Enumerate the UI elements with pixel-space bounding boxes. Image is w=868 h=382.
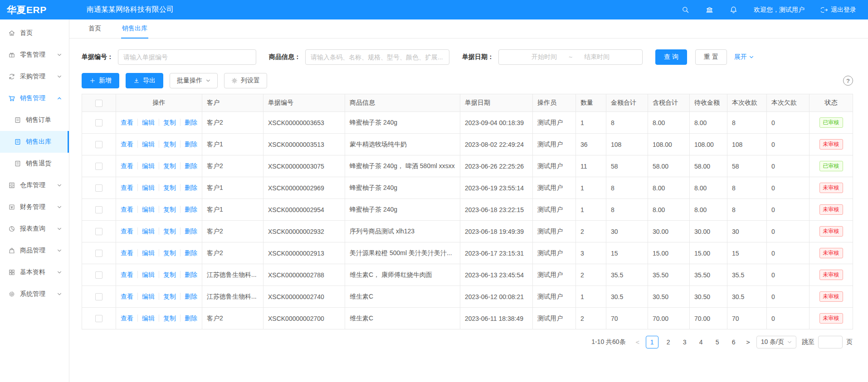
row-action-copy[interactable]: 复制 xyxy=(159,314,176,322)
row-action-copy[interactable]: 复制 xyxy=(159,119,176,126)
row-action-view[interactable]: 查看 xyxy=(121,162,133,169)
product-input[interactable] xyxy=(305,49,449,65)
sidebar-item-1[interactable]: 零售管理 xyxy=(0,44,69,66)
row-checkbox[interactable] xyxy=(95,293,102,300)
row-action-copy[interactable]: 复制 xyxy=(159,206,176,213)
sidebar-item-0[interactable]: 首页 xyxy=(0,22,69,44)
row-action-copy[interactable]: 复制 xyxy=(159,249,176,256)
page-number-1[interactable]: 1 xyxy=(646,336,658,348)
cell-order_no: XSCK00000003653 xyxy=(263,112,345,134)
add-button[interactable]: 新增 xyxy=(82,73,119,88)
expand-link[interactable]: 展开 xyxy=(734,53,754,61)
row-action-delete[interactable]: 删除 xyxy=(180,227,197,235)
row-action-edit[interactable]: 编辑 xyxy=(137,249,155,256)
tab-1[interactable]: 销售出库 xyxy=(121,19,148,39)
row-checkbox[interactable] xyxy=(95,184,102,192)
row-action-copy[interactable]: 复制 xyxy=(159,227,176,235)
row-action-edit[interactable]: 编辑 xyxy=(137,271,155,278)
tenant-icon[interactable] xyxy=(706,6,713,14)
pagination-total: 1-10 共60条 xyxy=(591,338,625,346)
next-page-icon[interactable]: > xyxy=(744,338,753,346)
row-action-delete[interactable]: 删除 xyxy=(180,140,197,148)
reset-button[interactable]: 重置 xyxy=(695,49,727,65)
tab-0[interactable]: 首页 xyxy=(88,19,102,39)
row-action-view[interactable]: 查看 xyxy=(121,140,133,148)
row-checkbox[interactable] xyxy=(95,250,102,257)
sidebar-item-10[interactable]: 商品管理 xyxy=(0,240,69,261)
page-size-select[interactable]: 10 条/页 xyxy=(756,336,796,348)
sidebar-item-7[interactable]: 仓库管理 xyxy=(0,174,69,196)
search-button[interactable]: 查询 xyxy=(655,49,687,65)
notification-bell-icon[interactable] xyxy=(730,6,737,14)
row-action-copy[interactable]: 复制 xyxy=(159,293,176,300)
sidebar-item-3[interactable]: 销售管理 xyxy=(0,87,69,109)
column-settings-button[interactable]: 列设置 xyxy=(224,73,267,88)
row-action-edit[interactable]: 编辑 xyxy=(137,227,155,235)
sidebar-item-6[interactable]: 销售退货 xyxy=(0,153,69,174)
cell-status: 已审核 xyxy=(809,155,853,177)
row-action-delete[interactable]: 删除 xyxy=(180,249,197,256)
sidebar-item-2[interactable]: 采购管理 xyxy=(0,66,69,87)
row-action-edit[interactable]: 编辑 xyxy=(137,206,155,213)
row-action-edit[interactable]: 编辑 xyxy=(137,140,155,148)
row-action-copy[interactable]: 复制 xyxy=(159,184,176,191)
cell-debt: 0 xyxy=(767,134,809,155)
export-button[interactable]: 导出 xyxy=(126,73,163,88)
row-checkbox[interactable] xyxy=(95,206,102,213)
cell-amount_tax: 15.00 xyxy=(648,242,690,264)
row-action-delete[interactable]: 删除 xyxy=(180,184,197,191)
search-icon[interactable] xyxy=(682,6,689,14)
row-action-delete[interactable]: 删除 xyxy=(180,119,197,126)
cell-amount: 108 xyxy=(606,134,648,155)
order-no-input[interactable] xyxy=(118,49,256,65)
page-jump-input[interactable] xyxy=(818,336,843,348)
row-action-view[interactable]: 查看 xyxy=(121,293,133,300)
row-action-view[interactable]: 查看 xyxy=(121,227,133,235)
date-range-input[interactable]: 开始时间 ~ 结束时间 xyxy=(498,49,643,65)
toolbar: 新增 导出 批量操作 列设置 ? xyxy=(82,73,853,88)
sidebar-item-4[interactable]: 销售订单 xyxy=(0,109,69,131)
row-action-edit[interactable]: 编辑 xyxy=(137,314,155,322)
row-checkbox[interactable] xyxy=(95,119,102,126)
sidebar-item-12[interactable]: 系统管理 xyxy=(0,283,69,305)
row-checkbox[interactable] xyxy=(95,141,102,148)
row-action-view[interactable]: 查看 xyxy=(121,271,133,278)
row-action-edit[interactable]: 编辑 xyxy=(137,184,155,191)
row-action-edit[interactable]: 编辑 xyxy=(137,162,155,169)
batch-actions-button[interactable]: 批量操作 xyxy=(170,73,218,88)
row-checkbox[interactable] xyxy=(95,228,102,235)
cell-amount: 58 xyxy=(606,155,648,177)
page-number-4[interactable]: 4 xyxy=(695,336,707,348)
chevron-down-icon xyxy=(749,53,754,61)
page-number-2[interactable]: 2 xyxy=(662,336,675,348)
row-action-delete[interactable]: 删除 xyxy=(180,162,197,169)
row-action-view[interactable]: 查看 xyxy=(121,314,133,322)
row-action-edit[interactable]: 编辑 xyxy=(137,293,155,300)
row-action-view[interactable]: 查看 xyxy=(121,206,133,213)
page-number-3[interactable]: 3 xyxy=(678,336,691,348)
row-action-edit[interactable]: 编辑 xyxy=(137,119,155,126)
page-number-6[interactable]: 6 xyxy=(727,336,740,348)
row-action-copy[interactable]: 复制 xyxy=(159,140,176,148)
sidebar-item-11[interactable]: 基本资料 xyxy=(0,261,69,283)
row-checkbox[interactable] xyxy=(95,163,102,170)
row-action-delete[interactable]: 删除 xyxy=(180,293,197,300)
page-number-5[interactable]: 5 xyxy=(711,336,724,348)
row-action-delete[interactable]: 删除 xyxy=(180,314,197,322)
sidebar-item-5[interactable]: 销售出库 xyxy=(0,131,69,153)
help-icon[interactable]: ? xyxy=(843,76,853,86)
select-all-checkbox[interactable] xyxy=(95,100,102,107)
row-action-copy[interactable]: 复制 xyxy=(159,271,176,278)
row-action-copy[interactable]: 复制 xyxy=(159,162,176,169)
row-action-delete[interactable]: 删除 xyxy=(180,206,197,213)
sidebar-item-9[interactable]: 报表查询 xyxy=(0,218,69,240)
logout-button[interactable]: 退出登录 xyxy=(821,6,856,14)
row-action-delete[interactable]: 删除 xyxy=(180,271,197,278)
row-action-view[interactable]: 查看 xyxy=(121,184,133,191)
sidebar-item-8[interactable]: 财务管理 xyxy=(0,196,69,218)
row-checkbox[interactable] xyxy=(95,315,102,322)
prev-page-icon[interactable]: < xyxy=(633,338,642,346)
row-checkbox[interactable] xyxy=(95,271,102,279)
row-action-view[interactable]: 查看 xyxy=(121,249,133,256)
row-action-view[interactable]: 查看 xyxy=(121,119,133,126)
